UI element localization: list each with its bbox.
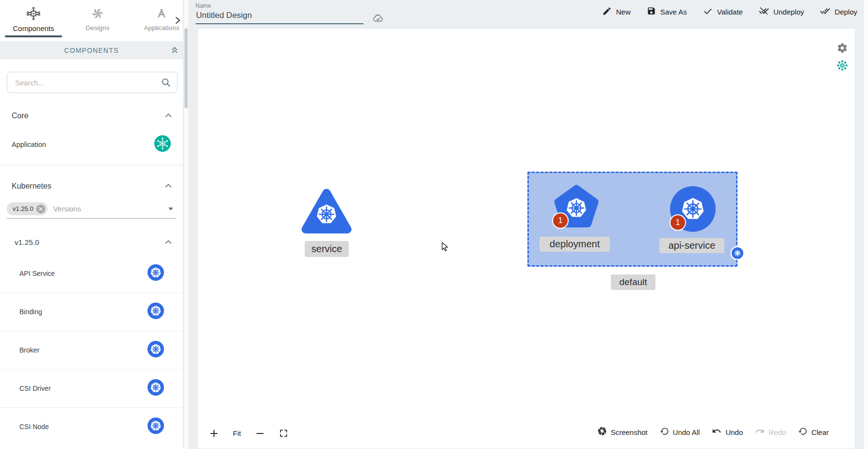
node-api-service-label[interactable]: api-service [659, 238, 724, 253]
fit-button[interactable]: Fit [233, 429, 241, 437]
meshmap-designer: Components D [0, 0, 868, 449]
component-broker[interactable]: Broker [0, 331, 183, 369]
group-kubernetes-mini-icon[interactable] [730, 246, 745, 260]
chevron-up-icon[interactable] [164, 112, 172, 120]
double-check-crossed-icon [759, 6, 769, 18]
kubernetes-context-icon[interactable] [836, 60, 848, 73]
deploy-button[interactable]: Deploy [820, 6, 857, 18]
tab-designs[interactable]: Designs [69, 4, 126, 36]
node-service-label[interactable]: service [305, 241, 349, 257]
mouse-cursor [441, 242, 449, 254]
sidebar-tabbar: Components D [0, 0, 183, 41]
design-canvas[interactable]: service 1 deployment [197, 28, 855, 449]
zoom-toolbar: Fit [210, 429, 288, 438]
save-as-button[interactable]: Save As [647, 6, 687, 17]
design-name-field: Name [196, 2, 363, 24]
name-field-label: Name [196, 2, 363, 9]
kubernetes-icon [147, 340, 164, 360]
panel-title: COMPONENTS [64, 47, 118, 54]
zoom-in-button[interactable] [210, 429, 218, 438]
redo-button[interactable]: Redo [755, 426, 786, 438]
undeploy-button[interactable]: Undeploy [759, 6, 804, 18]
component-label: API Service [19, 270, 55, 277]
collapse-panel-icon[interactable] [170, 46, 179, 56]
component-label: CSI Driver [19, 385, 51, 392]
version-chip-label: v1.25.0 [13, 205, 33, 212]
versions-select[interactable]: v1.25.0 Versions [7, 199, 176, 219]
cloud-saved-icon [371, 13, 385, 26]
chevron-up-icon[interactable] [164, 182, 172, 191]
save-icon [647, 6, 656, 17]
tab-components-label: Components [13, 24, 54, 32]
tab-components[interactable]: Components [5, 4, 62, 37]
components-panel-header: COMPONENTS [0, 41, 183, 59]
redo-button-label: Redo [769, 428, 786, 436]
search-icon[interactable] [161, 77, 171, 90]
undo-icon [712, 426, 721, 438]
search-container [7, 72, 177, 93]
tab-designs-label: Designs [86, 24, 110, 32]
sidebar: Components D [0, 0, 183, 449]
versions-placeholder: Versions [53, 205, 82, 213]
version-group-header[interactable]: v1.25.0 [0, 234, 183, 251]
canvas-actions: Screenshot Undo All Undo [597, 426, 829, 438]
clear-icon [798, 427, 807, 438]
node-service[interactable] [301, 187, 352, 236]
search-input[interactable] [7, 72, 178, 93]
component-list: API Service Binding Broker CSI Driver CS… [0, 255, 183, 446]
clear-button[interactable]: Clear [798, 427, 829, 438]
kubernetes-section-header[interactable]: Kubernetes [0, 179, 183, 193]
component-label: Binding [19, 308, 42, 316]
kubernetes-icon [147, 379, 164, 398]
zoom-out-button[interactable] [256, 429, 264, 438]
pencil-icon [602, 6, 612, 18]
fullscreen-button[interactable] [279, 429, 288, 438]
shutter-icon [597, 426, 607, 438]
undeploy-button-label: Undeploy [773, 8, 804, 16]
component-api-service[interactable]: API Service [0, 255, 183, 292]
component-csi-driver[interactable]: CSI Driver [0, 369, 183, 407]
version-group-title: v1.25.0 [15, 238, 39, 247]
validate-button-label: Validate [717, 8, 743, 16]
component-application[interactable]: Application [0, 129, 183, 160]
header-actions: New Save As Validate [602, 6, 857, 18]
screenshot-button[interactable]: Screenshot [597, 426, 648, 438]
node-deployment-label[interactable]: deployment [540, 237, 610, 252]
component-csi-node[interactable]: CSI Node [0, 408, 183, 446]
group-default-label[interactable]: default [611, 274, 655, 290]
clear-button-label: Clear [811, 428, 829, 436]
sidebar-scrollbar[interactable] [184, 0, 188, 449]
undo-all-button-label: Undo All [673, 428, 700, 436]
version-chip: v1.25.0 [7, 202, 48, 215]
validate-button[interactable]: Validate [703, 6, 743, 18]
component-label: CSI Node [19, 423, 49, 431]
component-binding[interactable]: Binding [0, 293, 183, 331]
double-check-icon [820, 6, 830, 18]
page-scrollbar[interactable] [863, 0, 868, 449]
remove-version-icon[interactable] [36, 205, 45, 213]
dropdown-caret-icon[interactable] [168, 208, 173, 210]
new-button-label: New [616, 8, 631, 16]
save-as-button-label: Save As [660, 8, 687, 16]
undo-button[interactable]: Undo [712, 426, 743, 438]
applications-icon [154, 5, 169, 22]
api-service-count-badge: 1 [670, 214, 686, 231]
chevron-up-icon[interactable] [164, 238, 172, 247]
tabs-scroll-right-icon[interactable] [174, 16, 181, 26]
redo-icon [755, 426, 765, 438]
gear-icon[interactable] [836, 42, 848, 56]
design-name-input[interactable] [196, 9, 363, 24]
designs-icon [90, 5, 105, 22]
core-section-title: Core [12, 112, 29, 120]
kubernetes-icon [147, 264, 164, 283]
core-section-header[interactable]: Core [0, 109, 183, 123]
undo-button-label: Undo [725, 428, 743, 436]
divider [0, 165, 183, 165]
undo-all-icon [660, 427, 669, 438]
undo-all-button[interactable]: Undo All [660, 427, 700, 438]
main-area: Name New Save As [188, 0, 863, 449]
scrollbar-thumb[interactable] [184, 28, 188, 108]
component-label: Broker [19, 346, 39, 354]
components-icon [26, 5, 41, 22]
new-button[interactable]: New [602, 6, 631, 18]
